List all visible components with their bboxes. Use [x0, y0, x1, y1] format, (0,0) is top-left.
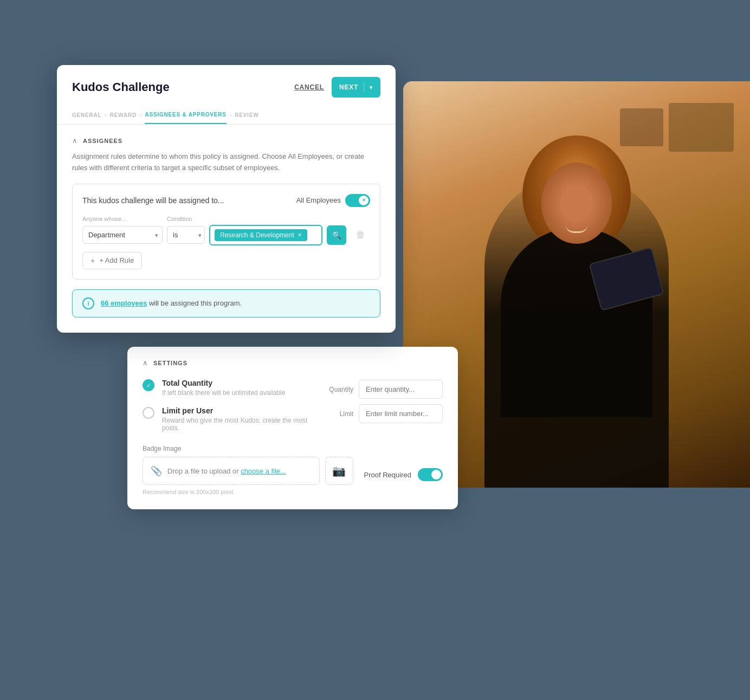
badge-image-label: Badge Image [143, 445, 353, 452]
toggle-x-icon: ✕ [362, 198, 366, 203]
condition-header-label: Condition [167, 216, 192, 222]
divider [364, 82, 364, 92]
limit-per-user-desc: Reward who give the most Kudos, create t… [162, 417, 313, 432]
camera-button[interactable]: 📷 [325, 457, 353, 485]
proof-required-toggle[interactable] [418, 468, 443, 481]
next-label: NEXT [339, 83, 358, 91]
delete-rule-button[interactable]: 🗑 [351, 225, 370, 245]
tag-input[interactable]: Research & Development ✕ [209, 225, 322, 245]
proof-required-label: Proof Required [364, 471, 411, 479]
employee-count-link[interactable]: 66 employees [101, 299, 147, 307]
badge-upload-area[interactable]: 📎 Drop a file to upload or choose a file… [143, 457, 320, 485]
toggle-knob: ✕ [359, 196, 368, 205]
tag-remove-icon[interactable]: ✕ [298, 232, 302, 238]
section-title: ASSIGNEES [83, 138, 122, 144]
paperclip-icon: 📎 [151, 465, 162, 477]
section-description: Assignment rules determine to whom this … [72, 151, 380, 174]
all-employees-toggle[interactable]: ✕ [345, 194, 370, 207]
chevron-down-icon: ▾ [370, 85, 373, 90]
breadcrumb-sep-2: › [140, 112, 141, 124]
breadcrumb: GENERAL › REWARD › ASSIGNEES & APPROVERS… [57, 106, 396, 125]
settings-collapse-icon[interactable]: ∧ [143, 359, 148, 367]
trash-icon: 🗑 [356, 230, 365, 241]
section-collapse-icon[interactable]: ∧ [72, 137, 77, 145]
proof-required-section: Proof Required [364, 468, 443, 495]
info-message: will be assigned this program. [147, 299, 242, 307]
total-quantity-radio[interactable]: ✓ [143, 379, 154, 391]
all-employees-label: All Employees [296, 196, 341, 204]
total-quantity-content: Total Quantity If left blank there will … [162, 379, 285, 397]
cancel-button[interactable]: CANCEL [294, 83, 324, 91]
choose-file-link[interactable]: choose a file... [241, 467, 286, 475]
recommend-text: Recommend size is 200x200 pixel. [143, 489, 353, 495]
add-rule-button[interactable]: + + Add Rule [82, 252, 142, 269]
limit-label: Limit [324, 410, 353, 418]
card-title: Kudos Challenge [72, 80, 170, 94]
next-button[interactable]: NEXT ▾ [332, 77, 380, 98]
add-rule-label: + Add Rule [99, 256, 134, 264]
tag-research-development: Research & Development ✕ [215, 229, 307, 241]
camera-icon: 📷 [332, 464, 346, 477]
main-card: Kudos Challenge CANCEL NEXT ▾ GENERAL › … [57, 65, 396, 333]
breadcrumb-item-review[interactable]: REVIEW [235, 112, 258, 124]
quantity-input[interactable] [359, 380, 443, 399]
total-quantity-desc: If left blank there will be unlimited av… [162, 389, 285, 397]
total-quantity-label: Total Quantity [162, 379, 285, 387]
tag-label: Research & Development [220, 231, 294, 239]
limit-input[interactable] [359, 404, 443, 423]
rule-row: Department ▾ is ▾ Research & Development [82, 225, 370, 245]
settings-section-header: ∧ SETTINGS [143, 359, 443, 367]
settings-card: ∧ SETTINGS ✓ Total Quantity If left blan… [127, 347, 458, 509]
search-icon: 🔍 [332, 231, 341, 239]
assignment-box: This kudos challenge will be assigned to… [72, 184, 380, 280]
breadcrumb-item-assignees[interactable]: ASSIGNEES & APPROVERS [145, 112, 226, 124]
breadcrumb-item-reward[interactable]: REWARD [110, 112, 137, 124]
anyone-whose-label: Anyone whose... [82, 216, 163, 222]
limit-per-user-radio[interactable] [143, 407, 154, 419]
search-button[interactable]: 🔍 [327, 225, 346, 245]
info-text: 66 employees will be assigned this progr… [101, 299, 242, 307]
breadcrumb-item-general[interactable]: GENERAL [72, 112, 102, 124]
limit-per-user-row: Limit per User Reward who give the most … [143, 406, 313, 432]
card-header: Kudos Challenge CANCEL NEXT ▾ [57, 65, 396, 106]
upload-text: Drop a file to upload or choose a file..… [167, 467, 286, 475]
total-quantity-row: ✓ Total Quantity If left blank there wil… [143, 379, 313, 397]
breadcrumb-sep-1: › [105, 112, 107, 124]
info-icon: i [82, 297, 94, 309]
info-banner: i 66 employees will be assigned this pro… [72, 289, 380, 317]
settings-section-title: SETTINGS [153, 360, 188, 366]
assignment-title: This kudos challenge will be assigned to… [82, 196, 224, 205]
department-select-wrapper: Department ▾ [82, 226, 163, 244]
department-select[interactable]: Department [82, 226, 163, 244]
condition-select[interactable]: is [167, 226, 205, 244]
quantity-label: Quantity [324, 386, 353, 393]
limit-per-user-label: Limit per User [162, 406, 313, 415]
plus-icon: + [90, 256, 95, 265]
condition-select-wrapper: is ▾ [167, 226, 205, 244]
breadcrumb-sep-3: › [230, 112, 231, 124]
section-header: ∧ ASSIGNEES [72, 137, 380, 145]
limit-per-user-content: Limit per User Reward who give the most … [162, 406, 313, 432]
proof-toggle-knob [431, 470, 441, 479]
card-body: ∧ ASSIGNEES Assignment rules determine t… [57, 125, 396, 333]
